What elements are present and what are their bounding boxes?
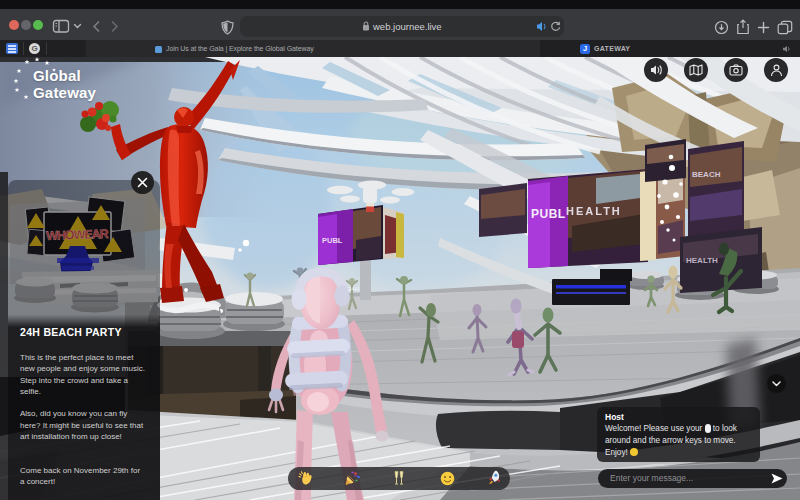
svg-text:PUBL: PUBL <box>531 207 566 221</box>
svg-text:PUBL: PUBL <box>322 236 343 245</box>
svg-text:BEACH: BEACH <box>692 170 721 179</box>
svg-text:24H: 24H <box>348 286 359 292</box>
svg-text:HEALTH: HEALTH <box>686 256 718 265</box>
svg-text:HEALTH: HEALTH <box>566 205 622 217</box>
